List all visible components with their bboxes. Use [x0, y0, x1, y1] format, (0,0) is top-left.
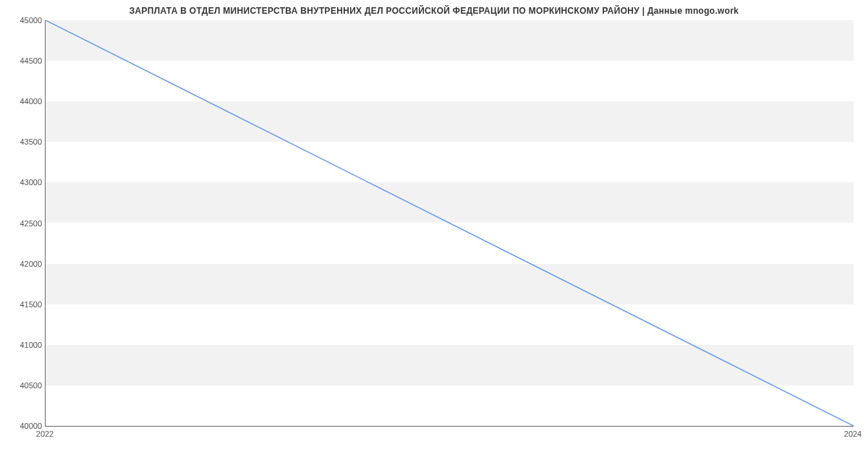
y-tick-label: 44000 [6, 97, 42, 106]
y-tick-label: 43500 [6, 137, 42, 146]
plot-area [45, 20, 854, 427]
x-tick-label: 2022 [36, 430, 54, 438]
y-tick-label: 41500 [6, 300, 42, 309]
y-tick-label: 42000 [6, 260, 42, 268]
y-tick-label: 40500 [6, 381, 42, 390]
chart-title: ЗАРПЛАТА В ОТДЕЛ МИНИСТЕРСТВА ВНУТРЕННИХ… [0, 6, 868, 16]
y-tick-label: 41000 [6, 341, 42, 349]
y-tick-label: 42500 [6, 219, 42, 228]
line-series [46, 20, 854, 426]
x-tick-label: 2024 [844, 430, 861, 438]
y-tick-label: 45000 [6, 16, 42, 25]
y-tick-label: 44500 [6, 56, 42, 65]
y-tick-label: 43000 [6, 178, 42, 187]
chart-container: ЗАРПЛАТА В ОТДЕЛ МИНИСТЕРСТВА ВНУТРЕННИХ… [0, 0, 868, 448]
